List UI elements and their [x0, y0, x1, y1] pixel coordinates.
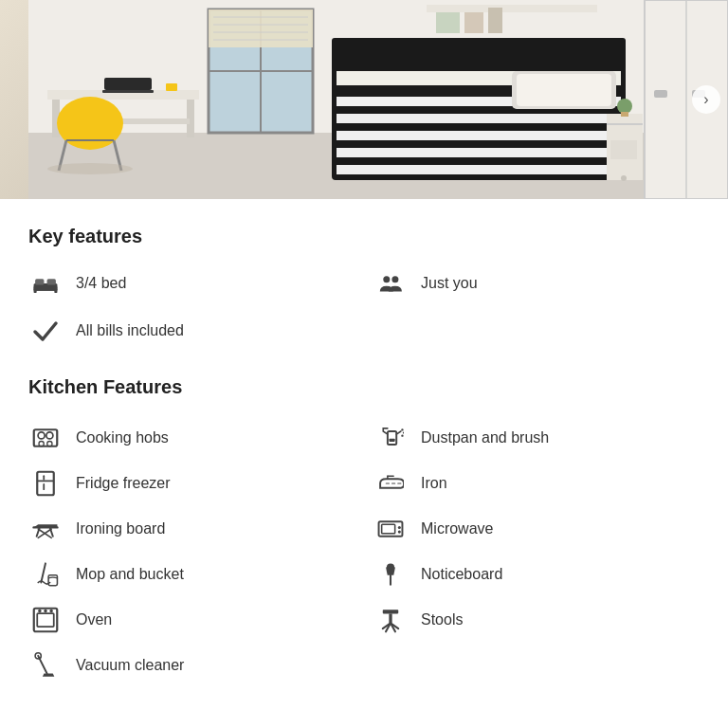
stool-icon [373, 605, 408, 635]
svg-point-57 [383, 276, 390, 282]
bed-icon [28, 270, 63, 297]
key-features-section: Key features 3/4 bed [28, 226, 700, 350]
feature-bed: 3/4 bed [28, 264, 355, 302]
kitchen-features-title: Kitchen Features [28, 376, 700, 398]
kitchen-left-column: Cooking hobs Fridge freezer [28, 415, 355, 688]
kitchen-item-ironing-board: Ironing board [28, 506, 355, 552]
svg-rect-82 [388, 431, 396, 445]
svg-rect-37 [464, 12, 483, 33]
svg-rect-46 [610, 140, 637, 159]
kitchen-item-mop: Mop and bucket [28, 552, 355, 597]
checkmark-icon [28, 318, 63, 344]
svg-rect-45 [607, 123, 643, 125]
svg-point-86 [401, 435, 403, 437]
svg-rect-38 [488, 8, 502, 33]
ironing-board-icon [28, 514, 63, 544]
svg-point-58 [391, 276, 398, 282]
svg-rect-64 [37, 472, 54, 496]
microwave-icon [373, 514, 408, 544]
kitchen-item-vacuum: Vacuum cleaner [28, 643, 355, 688]
svg-point-79 [49, 610, 53, 613]
svg-line-73 [41, 563, 46, 582]
svg-rect-49 [621, 112, 628, 117]
feature-bills: All bills included [28, 312, 355, 350]
kitchen-vacuum-label: Vacuum cleaner [76, 657, 184, 674]
people-icon [373, 270, 408, 297]
svg-rect-36 [436, 12, 460, 33]
svg-rect-54 [47, 279, 56, 284]
kitchen-microwave-label: Microwave [421, 520, 493, 537]
kitchen-dustpan-label: Dustpan and brush [421, 429, 549, 446]
svg-rect-28 [337, 114, 621, 123]
svg-rect-18 [102, 90, 154, 93]
svg-point-85 [403, 431, 404, 433]
svg-rect-30 [337, 148, 621, 157]
svg-rect-6 [209, 9, 313, 47]
svg-rect-34 [332, 38, 626, 71]
svg-rect-31 [337, 165, 621, 174]
svg-rect-87 [389, 439, 394, 442]
svg-rect-100 [389, 613, 391, 623]
key-features-grid: 3/4 bed Just you [28, 264, 700, 350]
svg-point-61 [46, 432, 53, 439]
svg-rect-19 [166, 83, 177, 91]
svg-point-77 [38, 610, 42, 613]
svg-rect-35 [427, 5, 597, 12]
svg-rect-55 [34, 289, 37, 293]
kitchen-item-fridge: Fridge freezer [28, 461, 355, 506]
hob-icon [28, 423, 63, 453]
svg-rect-33 [517, 74, 611, 106]
main-content: Key features 3/4 bed [0, 199, 728, 707]
kitchen-item-cooking-hobs: Cooking hobs [28, 415, 355, 461]
svg-rect-56 [54, 289, 57, 293]
feature-bed-label: 3/4 bed [76, 275, 126, 292]
mop-icon [28, 559, 63, 590]
kitchen-mop-label: Mop and bucket [76, 566, 184, 583]
svg-rect-17 [104, 78, 152, 90]
svg-rect-99 [383, 610, 398, 613]
kitchen-features-grid: Cooking hobs Fridge freezer [28, 415, 700, 688]
svg-rect-76 [37, 613, 54, 627]
kitchen-right-column: Dustpan and brush Iron [373, 415, 700, 688]
kitchen-item-noticeboard: Noticeboard [373, 552, 700, 597]
kitchen-item-stools: Stools [373, 597, 700, 643]
oven-icon [28, 605, 63, 635]
key-features-title: Key features [28, 226, 700, 247]
feature-occupants-label: Just you [421, 275, 478, 292]
feature-occupants: Just you [373, 264, 700, 302]
kitchen-iron-label: Iron [421, 475, 447, 492]
svg-point-50 [47, 163, 133, 174]
svg-point-96 [398, 531, 401, 534]
svg-rect-94 [382, 524, 395, 533]
fridge-icon [28, 468, 63, 499]
svg-point-84 [401, 428, 403, 430]
feature-bills-label: All bills included [76, 322, 184, 339]
svg-rect-53 [35, 279, 44, 284]
kitchen-features-section: Kitchen Features Cooking ho [28, 376, 700, 688]
svg-point-60 [38, 432, 45, 439]
noticeboard-icon [373, 559, 408, 590]
kitchen-noticeboard-label: Noticeboard [421, 566, 502, 583]
iron-icon [373, 468, 408, 499]
svg-point-47 [621, 175, 627, 181]
kitchen-fridge-label: Fridge freezer [76, 475, 171, 492]
kitchen-item-microwave: Microwave [373, 506, 700, 552]
kitchen-item-iron: Iron [373, 461, 700, 506]
svg-rect-74 [48, 575, 57, 586]
kitchen-item-dustpan: Dustpan and brush [373, 415, 700, 461]
kitchen-ironing-board-label: Ironing board [76, 520, 165, 537]
svg-rect-29 [337, 131, 621, 140]
kitchen-item-oven: Oven [28, 597, 355, 643]
svg-rect-52 [34, 286, 58, 291]
room-image: › [0, 0, 728, 199]
kitchen-cooking-hobs-label: Cooking hobs [76, 429, 169, 446]
next-image-button[interactable]: › [692, 85, 720, 114]
dustpan-icon [373, 423, 408, 453]
kitchen-oven-label: Oven [76, 611, 112, 628]
vacuum-icon [28, 650, 63, 681]
svg-point-48 [617, 99, 632, 114]
svg-point-95 [398, 526, 401, 529]
kitchen-stools-label: Stools [421, 611, 463, 628]
svg-rect-59 [34, 429, 58, 446]
svg-rect-42 [654, 90, 667, 98]
